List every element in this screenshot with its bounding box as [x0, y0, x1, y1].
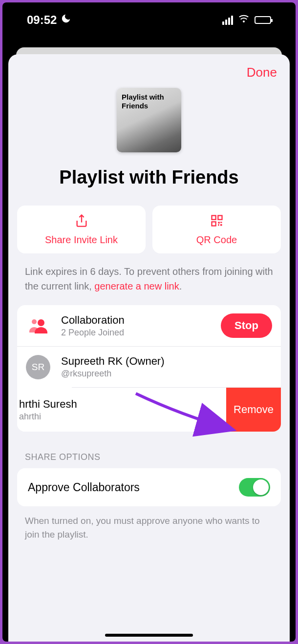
member-handle: ahrthi: [19, 412, 174, 422]
member-row[interactable]: hrthi Suresh ahrthi Remove: [17, 388, 281, 432]
owner-texts: Supreeth RK (Owner) @rksupreeth: [61, 355, 272, 379]
owner-handle: @rksupreeth: [61, 369, 272, 379]
device-frame: 09:52 Done Playlist with Friends Pl: [2, 2, 296, 642]
svg-point-9: [38, 319, 44, 326]
sheet-header: Done: [8, 54, 290, 86]
qr-label: QR Code: [196, 234, 237, 246]
share-sheet: Done Playlist with Friends Playlist with…: [8, 54, 290, 642]
artwork-container: Playlist with Friends: [8, 86, 290, 152]
dnd-moon-icon: [61, 13, 71, 27]
approve-toggle[interactable]: [239, 478, 270, 497]
playlist-title: Playlist with Friends: [8, 152, 290, 206]
owner-row[interactable]: SR Supreeth RK (Owner) @rksupreeth: [17, 346, 281, 387]
status-left: 09:52: [27, 13, 71, 27]
svg-rect-7: [220, 222, 222, 223]
home-indicator[interactable]: [105, 634, 193, 637]
svg-rect-6: [218, 224, 219, 226]
share-invite-link-button[interactable]: Share Invite Link: [17, 206, 146, 253]
svg-rect-4: [218, 222, 220, 224]
svg-rect-2: [218, 215, 222, 219]
remove-button[interactable]: Remove: [226, 388, 281, 432]
qr-code-button[interactable]: QR Code: [152, 206, 281, 253]
svg-rect-1: [212, 215, 215, 219]
link-expiry-text: Link expires in 6 days. To prevent other…: [8, 253, 290, 305]
share-icon: [75, 214, 88, 229]
help-suffix: .: [179, 281, 182, 291]
svg-point-8: [32, 319, 37, 324]
share-options-header: SHARE OPTIONS: [8, 432, 290, 468]
collab-joined: 2 People Joined: [61, 328, 221, 338]
sheet-stack: Done Playlist with Friends Playlist with…: [2, 47, 296, 642]
svg-rect-5: [220, 224, 222, 226]
qr-icon: [210, 214, 224, 229]
generate-new-link[interactable]: generate a new link: [94, 281, 179, 291]
svg-rect-3: [212, 222, 215, 226]
wifi-icon: [238, 13, 250, 27]
approve-help-text: When turned on, you must approve anyone …: [8, 506, 290, 549]
status-bar: 09:52: [2, 2, 296, 38]
status-right: [222, 13, 271, 27]
collaboration-header-row: Collaboration 2 People Joined Stop: [17, 305, 281, 346]
status-time: 09:52: [27, 13, 57, 27]
artwork-text: Playlist with Friends: [122, 93, 176, 110]
owner-name: Supreeth RK (Owner): [61, 355, 272, 368]
share-buttons: Share Invite Link QR Code: [8, 206, 290, 253]
collab-texts: Collaboration 2 People Joined: [61, 314, 221, 338]
toggle-knob: [253, 479, 269, 495]
approve-label: Approve Collaborators: [28, 481, 140, 494]
cellular-icon: [222, 16, 233, 25]
avatar: SR: [26, 355, 50, 379]
people-icon: [26, 313, 50, 338]
approve-collaborators-row: Approve Collaborators: [17, 468, 281, 506]
stop-button[interactable]: Stop: [221, 313, 272, 338]
collaboration-card: Collaboration 2 People Joined Stop SR Su…: [17, 305, 281, 432]
battery-icon: [255, 16, 271, 24]
member-content: hrthi Suresh ahrthi: [17, 388, 174, 432]
member-name: hrthi Suresh: [19, 398, 174, 411]
collab-title: Collaboration: [61, 314, 221, 327]
done-button[interactable]: Done: [247, 65, 277, 80]
share-link-label: Share Invite Link: [45, 234, 118, 246]
playlist-artwork: Playlist with Friends: [117, 88, 181, 152]
